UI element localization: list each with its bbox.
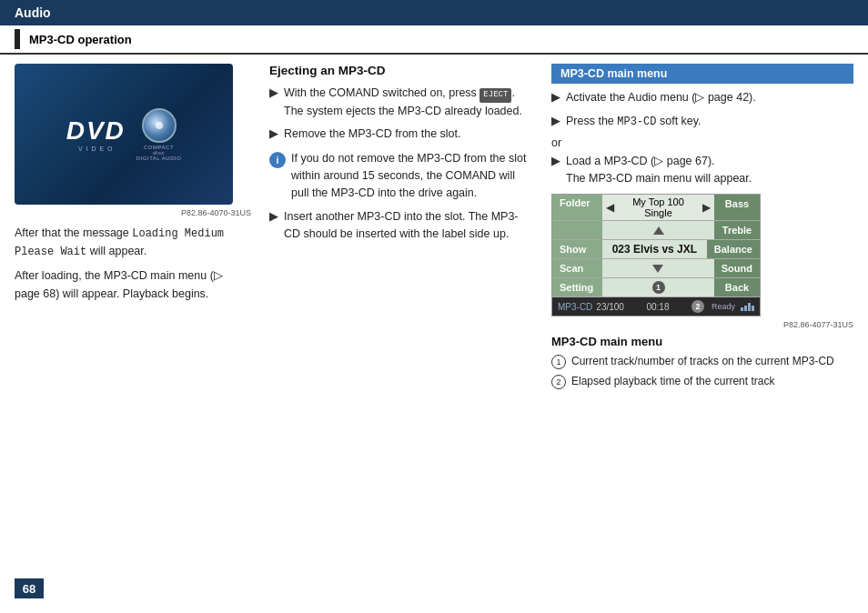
triangle-down-cell — [602, 259, 714, 277]
bass-button[interactable]: Bass — [714, 195, 760, 220]
ejecting-title: Ejecting an MP3-CD — [269, 64, 533, 77]
ready-bars — [741, 303, 754, 311]
treble-button[interactable]: Treble — [714, 221, 760, 239]
ready-label: Ready — [712, 302, 735, 311]
dvd-image: DVD V I D E O COMPACTdiscDIGITAL AUDIO — [15, 64, 233, 205]
ready-bar-1 — [741, 307, 743, 311]
menu-arrow-3: ▶ — [551, 154, 560, 167]
setting-center: 1 — [602, 278, 714, 296]
setting-button[interactable]: Setting — [552, 278, 602, 296]
subheader-title: MP3-CD operation — [29, 33, 132, 46]
bullet-text-1: With the COMAND switched on, press EJECT… — [284, 85, 522, 119]
eject-key: EJECT — [479, 88, 511, 103]
show-button[interactable]: Show — [552, 240, 602, 258]
mp3-ui-caption: P82.86-4077-31US — [551, 320, 853, 329]
left-image-caption: P82.86-4070-31US — [15, 208, 251, 217]
arrow-icon-1: ▶ — [269, 85, 278, 99]
legend-item-2: 2 Elapsed playback time of the current t… — [551, 374, 853, 389]
menu-bullet-3: ▶ Load a MP3-CD (▷ page 67).The MP3-CD m… — [551, 153, 853, 187]
triangle-down-icon — [652, 265, 663, 273]
bullet-remove: ▶ Remove the MP3-CD from the slot. — [269, 126, 533, 143]
mp3-row-triangle-down: Scan Sound — [552, 259, 760, 278]
menu-bullet-2: ▶ Press the MP3-CD soft key. — [551, 113, 853, 130]
menu-bullet-1: ▶ Activate the Audio menu (▷ page 42). — [551, 89, 853, 106]
folder-text: My Top 100 Single — [618, 196, 699, 218]
mp3-ui-mockup: Folder ◀ My Top 100 Single ▶ Bass Treble… — [551, 194, 761, 317]
arrow-icon-3: ▶ — [269, 209, 278, 223]
arrow-icon-2: ▶ — [269, 126, 278, 140]
mp3-bottom-bar: MP3-CD 23/100 00:18 2 Ready — [552, 297, 760, 316]
nav-right-icon[interactable]: ▶ — [702, 201, 711, 214]
legend-text-2: Elapsed playback time of the current tra… — [571, 374, 774, 389]
page-header: Audio — [0, 0, 868, 25]
show-label — [552, 221, 602, 239]
page-number: 68 — [15, 578, 44, 598]
loading-code: Loading Medium Please Wait — [15, 227, 224, 258]
menu-arrow-1: ▶ — [551, 90, 560, 104]
info-box: i If you do not remove the MP3-CD from t… — [269, 150, 533, 201]
dvd-text: DVD — [66, 116, 126, 146]
black-bar-decoration — [15, 29, 20, 49]
bullet-text-remove: Remove the MP3-CD from the slot. — [284, 126, 461, 143]
disc-text: COMPACTdiscDIGITAL AUDIO — [136, 145, 182, 161]
info-text: If you do not remove the MP3-CD from the… — [291, 150, 533, 201]
mp3-menu-label: MP3-CD main menu — [551, 335, 853, 348]
mp3-menu-header: MP3-CD main menu — [551, 64, 853, 84]
disc-logo: COMPACTdiscDIGITAL AUDIO — [136, 108, 182, 161]
disc-circle — [142, 108, 177, 143]
main-content: DVD V I D E O COMPACTdiscDIGITAL AUDIO P… — [0, 55, 868, 403]
time-display: 00:18 — [628, 302, 688, 312]
dvd-subtext: V I D E O — [78, 146, 114, 152]
bullet-eject-1: ▶ With the COMAND switched on, press EJE… — [269, 85, 533, 119]
legend-item-1: 1 Current track/number of tracks on the … — [551, 354, 853, 369]
circle-badge-1: 1 — [652, 281, 665, 294]
left-paragraph1: After that the message Loading Medium Pl… — [15, 225, 251, 260]
menu-text-1: Activate the Audio menu (▷ page 42). — [566, 89, 756, 106]
menu-text-2: Press the MP3-CD soft key. — [566, 113, 701, 130]
disc-inner — [156, 122, 163, 129]
left-column: DVD V I D E O COMPACTdiscDIGITAL AUDIO P… — [15, 64, 251, 394]
legend-text-1: Current track/number of tracks on the cu… — [571, 354, 834, 369]
ready-bar-2 — [744, 306, 747, 311]
ready-bar-4 — [752, 306, 754, 311]
ready-bar-3 — [748, 303, 751, 311]
menu-bullets: ▶ Activate the Audio menu (▷ page 42). ▶… — [551, 89, 853, 186]
bullet-insert: ▶ Insert another MP3-CD into the slot. T… — [269, 208, 533, 243]
mp3-row-track: Show 023 Elvis vs JXL Balance — [552, 240, 760, 259]
sound-button[interactable]: Sound — [714, 259, 760, 277]
right-column: MP3-CD main menu ▶ Activate the Audio me… — [551, 64, 853, 394]
balance-button[interactable]: Balance — [707, 240, 760, 258]
middle-column: Ejecting an MP3-CD ▶ With the COMAND swi… — [269, 64, 533, 394]
legend-num-2: 2 — [551, 375, 566, 389]
left-paragraph2: After loading, the MP3-CD main menu (▷ p… — [15, 267, 251, 303]
left-text-block: After that the message Loading Medium Pl… — [15, 225, 251, 303]
nav-left-icon[interactable]: ◀ — [606, 201, 614, 214]
track-count: 23/100 — [596, 302, 624, 312]
menu-text-3: Load a MP3-CD (▷ page 67).The MP3-CD mai… — [566, 153, 752, 187]
mp3-row-treble: Treble — [552, 221, 760, 240]
dvd-logo: DVD V I D E O — [66, 116, 126, 152]
info-icon: i — [269, 152, 286, 168]
page-subheader: MP3-CD operation — [0, 25, 868, 55]
folder-label[interactable]: Folder — [552, 195, 602, 220]
legend-num-1: 1 — [551, 355, 566, 369]
circle-badge-2: 2 — [691, 300, 704, 313]
triangle-up-icon — [653, 226, 664, 235]
mp3cd-key: MP3-CD — [617, 116, 656, 128]
mp3-row-folder: Folder ◀ My Top 100 Single ▶ Bass — [552, 195, 760, 221]
header-title: Audio — [15, 5, 51, 20]
mp3-row-setting: Setting 1 Back — [552, 278, 760, 297]
bullet-text-insert: Insert another MP3-CD into the slot. The… — [284, 208, 533, 243]
menu-arrow-2: ▶ — [551, 114, 560, 127]
track-text-cell: 023 Elvis vs JXL — [602, 240, 707, 258]
track-text: 023 Elvis vs JXL — [612, 243, 697, 256]
folder-content: ◀ My Top 100 Single ▶ — [602, 195, 714, 220]
or-text: or — [551, 136, 853, 149]
mp3cd-bottom-label: MP3-CD — [558, 302, 592, 312]
triangle-up-cell — [602, 221, 714, 239]
scan-label[interactable]: Scan — [552, 259, 602, 277]
back-button[interactable]: Back — [714, 278, 760, 296]
